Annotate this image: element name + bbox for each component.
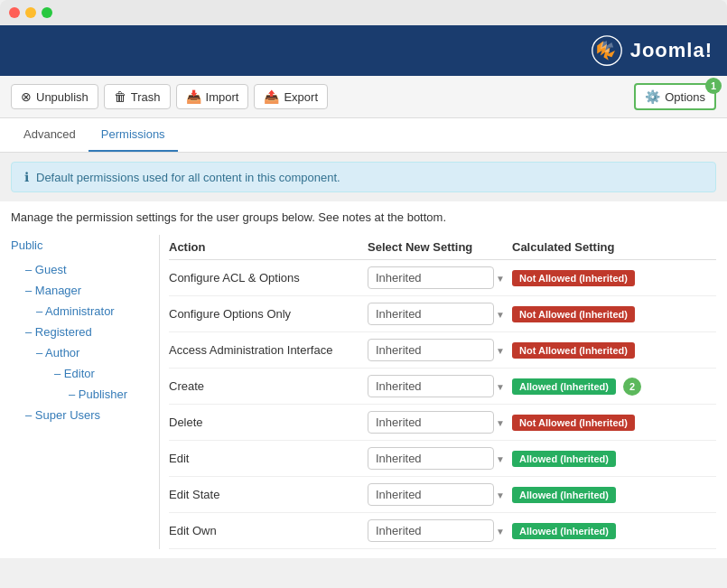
table-row: Edit State InheritedAllowedDenied Allowe… (169, 477, 716, 513)
col-calculated: Calculated Setting (512, 240, 716, 254)
table-row: Edit InheritedAllowedDenied Allowed (Inh… (169, 441, 716, 477)
setting-select[interactable]: InheritedAllowedDenied (368, 339, 494, 361)
calculated-setting-cell: Allowed (Inherited) (512, 487, 716, 503)
calculated-badge: Allowed (Inherited) (512, 378, 616, 395)
action-label: Create (169, 379, 368, 393)
options-button[interactable]: ⚙️ Options 1 (634, 83, 716, 110)
app-header: Joomla! (0, 25, 727, 76)
col-select: Select New Setting (368, 240, 512, 254)
setting-select-wrapper: InheritedAllowedDenied (368, 411, 512, 434)
calculated-badge: Not Allowed (Inherited) (512, 270, 635, 286)
table-row: Configure ACL & Options InheritedAllowed… (169, 260, 716, 296)
setting-select-wrapper: InheritedAllowedDenied (368, 483, 512, 506)
permissions-layout: Public – Guest – Manager – Administrator… (11, 235, 716, 549)
action-label: Configure ACL & Options (169, 271, 368, 285)
joomla-logo: Joomla! (591, 34, 713, 67)
table-row: Configure Options Only InheritedAllowedD… (169, 296, 716, 332)
setting-select-wrapper: InheritedAllowedDenied (368, 266, 512, 289)
unpublish-icon: ⊗ (21, 89, 32, 104)
manage-description: Manage the permission settings for the u… (11, 210, 716, 224)
setting-select-wrapper: InheritedAllowedDenied (368, 375, 512, 397)
options-badge: 1 (705, 78, 722, 94)
group-superusers[interactable]: – Super Users (11, 405, 152, 425)
calculated-badge: Allowed (Inherited) (512, 451, 616, 467)
table-row: Delete InheritedAllowedDenied Not Allowe… (169, 405, 716, 441)
action-label: Edit (169, 452, 368, 465)
main-content: Manage the permission settings for the u… (0, 201, 727, 558)
calculated-setting-cell: Allowed (Inherited) 2 (512, 378, 716, 396)
group-administrator[interactable]: – Administrator (11, 301, 152, 322)
user-groups-sidebar: Public – Guest – Manager – Administrator… (11, 235, 160, 549)
tab-permissions[interactable]: Permissions (89, 118, 178, 152)
table-header: Action Select New Setting Calculated Set… (169, 235, 716, 260)
info-banner: ℹ Default permissions used for all conte… (11, 162, 716, 192)
table-row: Access Administration Interface Inherite… (169, 332, 716, 369)
action-label: Access Administration Interface (169, 343, 368, 357)
action-label: Delete (169, 415, 368, 429)
setting-select-wrapper: InheritedAllowedDenied (368, 303, 512, 325)
setting-select-wrapper: InheritedAllowedDenied (368, 519, 512, 542)
group-author[interactable]: – Author (11, 342, 152, 363)
setting-select[interactable]: InheritedAllowedDenied (368, 447, 494, 470)
trash-button[interactable]: 🗑 Trash (104, 84, 171, 109)
trash-icon: 🗑 (114, 89, 126, 104)
calculated-setting-cell: Not Allowed (Inherited) (512, 342, 716, 359)
toolbar: ⊗ Unpublish 🗑 Trash 📥 Import 📤 Export ⚙️… (0, 76, 727, 118)
export-button[interactable]: 📤 Export (254, 84, 328, 109)
joomla-wordmark: Joomla! (630, 39, 713, 62)
close-button[interactable] (9, 7, 20, 18)
group-manager[interactable]: – Manager (11, 280, 152, 301)
minimize-button[interactable] (25, 7, 36, 18)
calculated-badge: Not Allowed (Inherited) (512, 415, 635, 431)
calculated-setting-cell: Not Allowed (Inherited) (512, 270, 716, 286)
traffic-lights (0, 0, 727, 25)
gear-icon: ⚙️ (645, 89, 660, 104)
calculated-setting-cell: Not Allowed (Inherited) (512, 306, 716, 322)
setting-select-wrapper: InheritedAllowedDenied (368, 447, 512, 470)
group-editor[interactable]: – Editor (11, 363, 152, 384)
export-icon: 📤 (264, 89, 279, 104)
group-guest[interactable]: – Guest (11, 259, 152, 280)
tab-advanced[interactable]: Advanced (11, 118, 89, 152)
setting-select[interactable]: InheritedAllowedDenied (368, 303, 494, 325)
maximize-button[interactable] (42, 7, 52, 18)
calculated-badge: Allowed (Inherited) (512, 487, 616, 503)
action-label: Edit Own (169, 524, 368, 537)
setting-select[interactable]: InheritedAllowedDenied (368, 483, 494, 506)
step-badge-2: 2 (623, 378, 641, 396)
permissions-rows: Configure ACL & Options InheritedAllowed… (169, 260, 716, 549)
action-label: Configure Options Only (169, 307, 368, 321)
import-button[interactable]: 📥 Import (176, 84, 249, 109)
setting-select[interactable]: InheritedAllowedDenied (368, 266, 494, 289)
group-registered[interactable]: – Registered (11, 322, 152, 342)
setting-select-wrapper: InheritedAllowedDenied (368, 339, 512, 361)
tab-bar: Advanced Permissions (0, 118, 727, 153)
joomla-brand-icon (591, 34, 623, 67)
calculated-badge: Not Allowed (Inherited) (512, 342, 635, 359)
col-action: Action (169, 240, 368, 254)
permissions-table: Action Select New Setting Calculated Set… (160, 235, 716, 549)
calculated-badge: Not Allowed (Inherited) (512, 306, 635, 322)
table-row: Edit Own InheritedAllowedDenied Allowed … (169, 513, 716, 549)
action-label: Edit State (169, 488, 368, 501)
group-publisher[interactable]: – Publisher (11, 384, 152, 405)
unpublish-button[interactable]: ⊗ Unpublish (11, 84, 98, 109)
calculated-setting-cell: Allowed (Inherited) (512, 523, 716, 539)
group-public[interactable]: Public (11, 235, 152, 259)
setting-select[interactable]: InheritedAllowedDenied (368, 375, 494, 397)
table-row: Create InheritedAllowedDenied Allowed (I… (169, 369, 716, 405)
setting-select[interactable]: InheritedAllowedDenied (368, 411, 494, 434)
setting-select[interactable]: InheritedAllowedDenied (368, 519, 494, 542)
calculated-setting-cell: Not Allowed (Inherited) (512, 415, 716, 431)
info-icon: ℹ (24, 170, 29, 184)
calculated-setting-cell: Allowed (Inherited) (512, 451, 716, 467)
import-icon: 📥 (186, 89, 201, 104)
calculated-badge: Allowed (Inherited) (512, 523, 616, 539)
